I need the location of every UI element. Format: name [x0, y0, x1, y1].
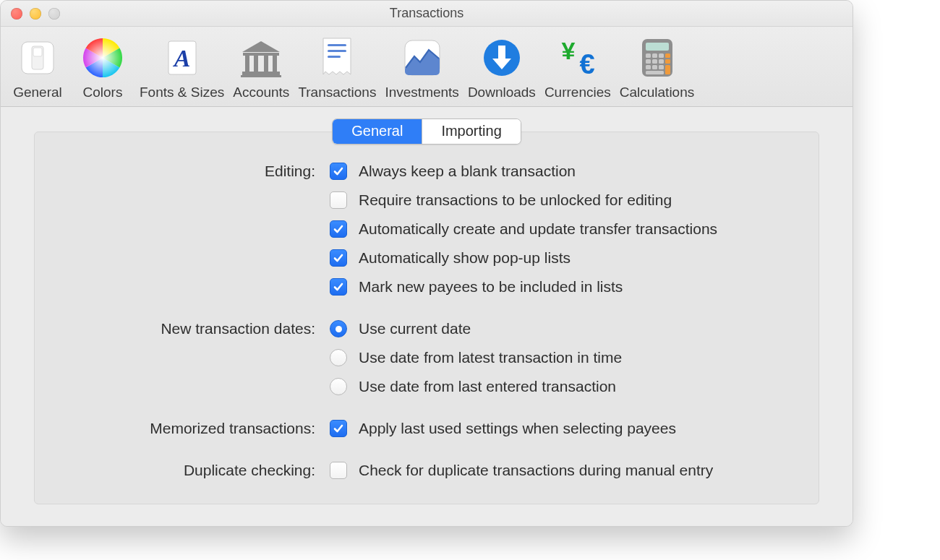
- svg-rect-13: [241, 75, 281, 77]
- bank-icon: [238, 36, 284, 82]
- option-label: Require transactions to be unlocked for …: [359, 191, 790, 209]
- svg-rect-26: [652, 53, 657, 58]
- svg-rect-31: [646, 65, 651, 69]
- preferences-window: Transactions General: [0, 0, 853, 527]
- svg-rect-7: [243, 53, 279, 56]
- svg-rect-36: [665, 59, 670, 64]
- toolbar-label: Transactions: [298, 85, 376, 100]
- preferences-toolbar: General: [1, 27, 853, 107]
- radio-last-entered[interactable]: [330, 378, 347, 395]
- option-label: Automatically create and update transfer…: [359, 220, 790, 238]
- tab-segmented-control: General Importing: [332, 119, 521, 145]
- group-dates: New transaction dates: Use current date …: [64, 314, 790, 401]
- checkbox-apply-last-used[interactable]: [330, 420, 347, 437]
- chart-icon: [401, 37, 443, 82]
- checkbox-auto-transfer[interactable]: [330, 220, 347, 238]
- tab-general[interactable]: General: [333, 119, 422, 144]
- group-memorized: Memorized transactions: Apply last used …: [64, 414, 790, 443]
- option-label: Check for duplicate transactions during …: [359, 462, 790, 479]
- close-window-button[interactable]: [11, 8, 22, 20]
- svg-rect-32: [652, 65, 657, 69]
- toolbar-label: Fonts & Sizes: [140, 85, 224, 100]
- checkbox-mark-payees[interactable]: [330, 278, 347, 296]
- switch-icon: [16, 36, 59, 82]
- receipt-icon: [317, 35, 356, 83]
- svg-text:¥: ¥: [561, 38, 575, 64]
- minimize-window-button[interactable]: [30, 8, 41, 20]
- group-duplicate: Duplicate checking: Check for duplicate …: [64, 456, 790, 485]
- toolbar-item-general[interactable]: General: [5, 31, 70, 100]
- svg-rect-34: [646, 71, 664, 74]
- svg-rect-10: [264, 56, 268, 72]
- option-label: Automatically show pop-up lists: [359, 249, 790, 267]
- svg-rect-29: [652, 59, 657, 64]
- toolbar-label: Calculations: [620, 85, 695, 100]
- font-icon: A: [161, 36, 204, 82]
- svg-rect-30: [659, 59, 664, 64]
- svg-rect-24: [646, 43, 669, 51]
- svg-rect-35: [665, 53, 670, 58]
- window-title: Transactions: [390, 6, 463, 21]
- toolbar-item-fonts[interactable]: A Fonts & Sizes: [135, 31, 228, 100]
- option-label: Use current date: [359, 320, 790, 337]
- option-label: Use date from last entered transaction: [359, 378, 790, 395]
- currency-icon: ¥ €: [554, 38, 602, 81]
- traffic-lights: [11, 8, 60, 20]
- svg-point-3: [83, 38, 122, 77]
- group-editing: Editing: Always keep a blank transaction…: [64, 157, 790, 301]
- settings-panel: General Importing Editing: Always keep a…: [34, 132, 819, 504]
- color-wheel-icon: [80, 35, 125, 83]
- toolbar-label: Accounts: [233, 85, 289, 100]
- tab-importing[interactable]: Importing: [422, 119, 520, 144]
- label-memorized: Memorized transactions:: [150, 420, 318, 437]
- checkbox-require-unlock[interactable]: [330, 191, 347, 209]
- calculator-icon: [638, 36, 676, 82]
- content-area: General Importing Editing: Always keep a…: [1, 107, 853, 526]
- titlebar: Transactions: [1, 1, 853, 27]
- toolbar-item-colors[interactable]: Colors: [70, 31, 135, 100]
- option-label: Always keep a blank transaction: [359, 163, 790, 180]
- svg-rect-16: [328, 56, 341, 58]
- toolbar-item-currencies[interactable]: ¥ € Currencies: [540, 31, 615, 100]
- svg-rect-9: [254, 56, 258, 72]
- svg-text:A: A: [172, 45, 190, 72]
- svg-rect-27: [659, 53, 664, 58]
- label-duplicate: Duplicate checking:: [184, 462, 318, 479]
- toolbar-item-transactions[interactable]: Transactions: [294, 31, 380, 100]
- svg-rect-28: [646, 59, 651, 64]
- radio-latest-transaction[interactable]: [330, 349, 347, 366]
- download-icon: [481, 37, 523, 82]
- option-label: Use date from latest transaction in time: [359, 349, 790, 366]
- toolbar-item-downloads[interactable]: Downloads: [463, 31, 540, 100]
- radio-current-date[interactable]: [330, 320, 347, 337]
- toolbar-item-investments[interactable]: Investments: [380, 31, 463, 100]
- svg-rect-11: [273, 56, 277, 72]
- toolbar-label: Currencies: [544, 85, 611, 100]
- svg-text:€: €: [579, 49, 594, 78]
- option-label: Apply last used settings when selecting …: [359, 420, 790, 437]
- toolbar-label: Investments: [385, 85, 458, 100]
- svg-rect-8: [245, 56, 249, 72]
- toolbar-item-accounts[interactable]: Accounts: [228, 31, 294, 100]
- svg-marker-6: [242, 41, 280, 52]
- label-dates: New transaction dates:: [161, 320, 318, 337]
- zoom-window-button[interactable]: [48, 8, 60, 20]
- svg-rect-37: [665, 65, 670, 74]
- svg-rect-15: [328, 50, 346, 52]
- toolbar-item-calculations[interactable]: Calculations: [615, 31, 699, 100]
- checkbox-duplicate-check[interactable]: [330, 462, 347, 479]
- svg-rect-14: [328, 44, 346, 46]
- option-label: Mark new payees to be included in lists: [359, 278, 790, 296]
- toolbar-label: Downloads: [468, 85, 536, 100]
- toolbar-label: General: [13, 85, 62, 100]
- checkbox-auto-popup[interactable]: [330, 249, 347, 267]
- svg-rect-19: [498, 46, 505, 59]
- svg-rect-25: [646, 53, 651, 58]
- label-editing: Editing:: [265, 163, 318, 180]
- toolbar-label: Colors: [83, 85, 123, 100]
- svg-rect-2: [33, 48, 42, 56]
- checkbox-keep-blank[interactable]: [330, 163, 347, 180]
- svg-rect-33: [659, 65, 664, 69]
- svg-rect-12: [242, 72, 280, 75]
